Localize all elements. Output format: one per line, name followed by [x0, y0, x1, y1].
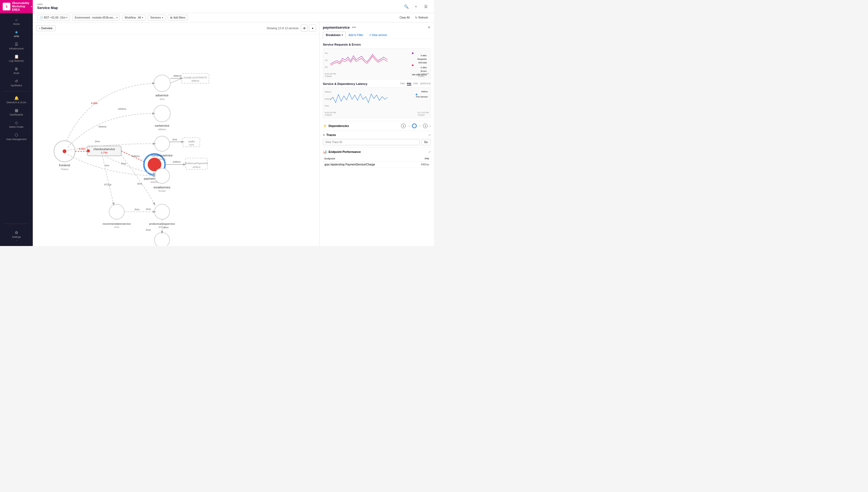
sidebar-logo[interactable]: S ObservabilityWorkshop EMEA ▾ [0, 0, 33, 13]
map-controls: ⚙ ▾ [301, 25, 316, 32]
errors-label: Errors [412, 70, 427, 73]
svg-text:frontend: frontend [59, 164, 70, 167]
dependencies-title: Dependencies [329, 124, 399, 127]
overview-button[interactable]: ‹ Overview [36, 25, 55, 31]
sidebar-item-home[interactable]: ⌂ Home [0, 15, 33, 28]
sidebar-item-rum[interactable]: 🖥 RUM [0, 65, 33, 77]
svg-text:4ms: 4ms [146, 228, 151, 231]
map-settings-button[interactable]: ⚙ [301, 25, 308, 32]
map-toolbar: ‹ Overview Showing 13 of 13 services ⚙ ▾ [33, 22, 319, 34]
svg-text:5ms: 5ms [121, 162, 126, 165]
sidebar-item-log-observer[interactable]: 📋 Log Observer [0, 52, 33, 65]
svg-point-51 [154, 232, 170, 246]
metric-finder-icon: ◇ [15, 120, 18, 125]
map-dropdown-button[interactable]: ▾ [309, 25, 316, 32]
latency-svg [330, 89, 390, 107]
tab-add-to-filter[interactable]: Add to Filter [346, 32, 366, 39]
endpoint-col-endpoint: Endpoint [323, 156, 412, 162]
service-map-svg[interactable]: frontend 764ms 9.55s → checkoutservice 1… [33, 34, 319, 246]
trace-id-input[interactable] [323, 139, 419, 145]
workflow-filter[interactable]: Workflow : All ▾ [122, 15, 146, 21]
p99-tab[interactable]: P99 [413, 82, 418, 85]
traces-icon: ≡ [323, 133, 325, 137]
section-divider-1 [323, 121, 431, 121]
time-caret-icon: ▾ [66, 16, 68, 19]
endpoint-name: grpc.hipstershop.PaymentService/Charge [323, 162, 412, 168]
sidebar-item-label: Synthetics [11, 84, 22, 87]
add-button[interactable]: ＋ [412, 3, 420, 10]
sidebar-item-data-management[interactable]: ⬡ Data Management [0, 130, 33, 143]
panel-close-button[interactable]: ✕ [428, 25, 431, 29]
showing-services-text: Showing 13 of 13 services [267, 27, 298, 30]
svg-text:checkoutservice: checkoutservice [93, 147, 115, 151]
back-icon: ‹ [39, 27, 40, 30]
p90-tab[interactable]: P90 [407, 82, 411, 85]
traces-expand-button[interactable]: ⤢ [428, 133, 431, 137]
y-label-1s: 1/s [325, 59, 328, 62]
endpoint-expand-button[interactable]: ⤢ [428, 150, 431, 154]
svg-point-42 [154, 168, 170, 183]
service-tab[interactable]: SERVICE [420, 82, 431, 85]
sidebar-item-synthetics[interactable]: ↺ Synthetics [0, 77, 33, 89]
requests-total: 429 total [412, 61, 427, 65]
time-range-picker[interactable]: 🕐 BST +01:00 -15m ▾ [37, 15, 70, 21]
search-button[interactable]: 🔍 [402, 3, 410, 10]
infrastructure-icon: ☰ [15, 42, 18, 46]
refresh-label: Refresh [418, 16, 428, 19]
sidebar-item-metric-finder[interactable]: ◇ Metric Finder [0, 118, 33, 130]
y-0ms: 0ms [325, 104, 331, 107]
workflow-label: Workflow : All [124, 16, 141, 19]
main-content: APM Service Map 🔍 ＋ ☰ 🕐 BST +01:00 -15m … [33, 0, 434, 246]
panel-body: Service Requests & Errors 2/s 1/s 0/s [319, 39, 434, 246]
traces-header: ≡ Traces ⤢ [323, 133, 431, 137]
svg-text:ButtercupPayments: ButtercupPayments [185, 162, 208, 165]
endpoint-table: Endpoint P90 grpc.hipstershop.PaymentSer… [323, 156, 431, 168]
y-400ms: 400ms [325, 91, 331, 93]
sidebar-item-detectors[interactable]: 🔔 Detectors & SLOs [0, 94, 33, 106]
svg-text:2.00s: 2.00s [91, 102, 97, 104]
latency-value: 440ms [416, 90, 428, 94]
add-filters-button[interactable]: ⊞ Add filters [168, 15, 188, 21]
breadcrumb-top: APM [37, 3, 58, 6]
svg-text:439ms: 439ms [173, 160, 180, 163]
svg-text:439ms: 439ms [132, 154, 140, 157]
endpoint-col-p90: P90 [412, 156, 431, 162]
panel-menu-icon[interactable]: ••• [352, 25, 356, 29]
app-header: APM Service Map 🔍 ＋ ☰ [33, 0, 434, 13]
workspace-name: ObservabilityWorkshop EMEA [12, 2, 29, 11]
svg-text:488ms: 488ms [173, 74, 182, 77]
svg-text:488ms: 488ms [191, 79, 199, 82]
sidebar-item-infrastructure[interactable]: ☰ Infrastructure [0, 40, 33, 52]
svg-text:2ms: 2ms [172, 138, 177, 141]
bookmark-button[interactable]: ☰ [422, 3, 430, 10]
y-200ms: 200ms [325, 98, 331, 100]
home-icon: ⌂ [15, 18, 18, 22]
section-divider-2 [323, 130, 431, 131]
services-filter[interactable]: Services ▾ [148, 15, 165, 21]
dependencies-header: ⚡ Dependencies 1 → → 1 [323, 123, 431, 128]
view-service-label: View service [372, 33, 387, 36]
sidebar-item-dashboards[interactable]: ▦ Dashboards [0, 106, 33, 118]
trace-go-button[interactable]: Go [421, 139, 431, 145]
dep-nav-button[interactable]: › [429, 124, 431, 128]
sidebar-item-settings[interactable]: ⚙ Settings › [0, 228, 33, 244]
tab-view-service[interactable]: ↗ View service [366, 32, 390, 39]
sidebar-bottom: ⚙ Settings › [0, 226, 33, 246]
tab-breakdown[interactable]: Breakdown ▾ [323, 32, 346, 39]
filter-icon: ⊞ [170, 16, 172, 19]
environment-filter[interactable]: Environment : evolutio-653b-wo... ▾ [72, 15, 120, 21]
svg-point-23 [154, 75, 170, 92]
settings-icon: ⚙ [15, 230, 18, 235]
sidebar-item-label: Data Management [6, 138, 26, 141]
toolbar-right: Clear All ↻ Refresh [398, 15, 430, 20]
rum-icon: 🖥 [15, 67, 18, 71]
clear-all-button[interactable]: Clear All [398, 15, 411, 20]
sidebar-item-label: Log Observer [9, 59, 24, 62]
dep-arrow2: → [418, 124, 422, 128]
sidebar-item-apm[interactable]: ◈ APM [0, 28, 33, 40]
workflow-caret-icon: ▾ [142, 16, 143, 19]
errors-rate: 0.39/s Errors [412, 65, 427, 73]
panel-service-title: paymentservice [323, 25, 349, 29]
refresh-button[interactable]: ↻ Refresh [413, 15, 430, 20]
p50-tab[interactable]: P50 [401, 82, 405, 85]
